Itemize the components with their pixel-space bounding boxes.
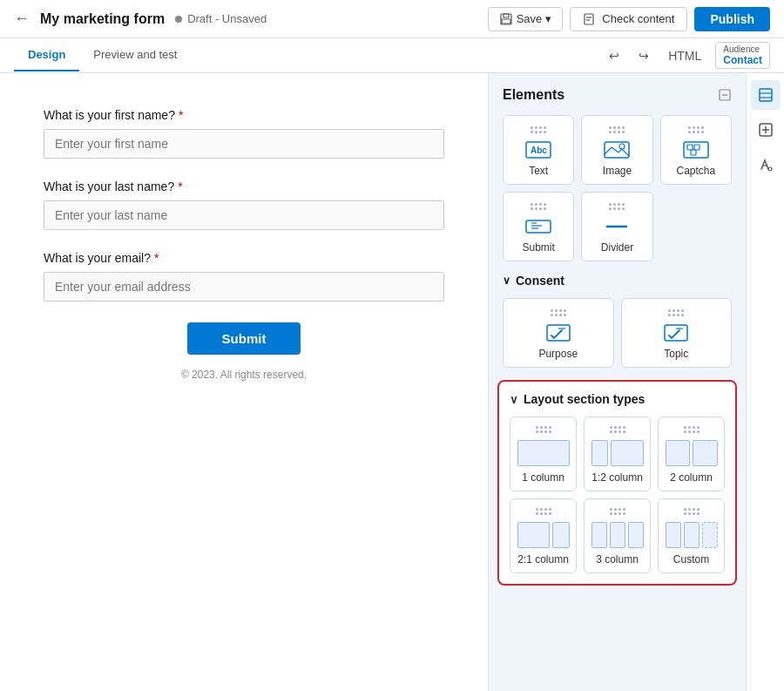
- draft-dot: [175, 16, 182, 23]
- element-captcha[interactable]: Captcha: [660, 115, 732, 185]
- element-submit-label: Submit: [522, 241, 554, 254]
- svg-rect-23: [760, 89, 772, 101]
- draft-status: Draft - Unsaved: [187, 12, 267, 25]
- divider-icon: [603, 217, 631, 236]
- svg-text:Abc: Abc: [531, 146, 547, 155]
- element-submit[interactable]: Submit: [503, 192, 574, 261]
- layout-2col-label: 2 column: [670, 471, 713, 484]
- 1col-dots: [536, 426, 551, 433]
- consent-chevron: ∨: [503, 274, 510, 287]
- panel-inner: Elements Abc Text: [489, 73, 784, 600]
- sidebar-layers-button[interactable]: [751, 80, 781, 110]
- email-group: What is your email? *: [44, 251, 444, 301]
- submit-button[interactable]: Submit: [187, 322, 301, 355]
- page-title: My marketing form: [40, 11, 165, 27]
- form-preview: What is your first name? * What is your …: [0, 73, 488, 691]
- topic-icon: [662, 323, 690, 342]
- svg-point-30: [768, 167, 772, 171]
- svg-rect-3: [585, 14, 593, 24]
- tab-preview[interactable]: Preview and test: [79, 39, 191, 71]
- layout-21col-label: 2:1 column: [517, 553, 569, 566]
- layout-12col-label: 1:2 column: [591, 471, 643, 484]
- topic-dots: [668, 309, 684, 316]
- submit-wrap: Submit: [44, 322, 444, 355]
- sidebar-icons: [746, 73, 784, 691]
- 2col-preview: [666, 440, 718, 466]
- save-icon: [499, 12, 513, 26]
- element-divider[interactable]: Divider: [581, 192, 652, 261]
- element-divider-label: Divider: [601, 241, 633, 254]
- layout-3col-label: 3 column: [596, 553, 639, 566]
- layout-2col[interactable]: 2 column: [658, 417, 725, 491]
- save-dropdown-icon: ▾: [545, 12, 551, 25]
- element-topic[interactable]: Topic: [621, 298, 733, 368]
- audience-label: Audience: [723, 44, 760, 54]
- tab-design[interactable]: Design: [14, 39, 79, 71]
- svg-rect-15: [691, 150, 696, 155]
- svg-rect-13: [687, 145, 693, 150]
- divider-dots: [609, 203, 625, 210]
- layers-icon: [757, 86, 774, 104]
- text-icon: Abc: [524, 140, 552, 159]
- image-icon: [603, 140, 631, 159]
- layout-custom-label: Custom: [673, 553, 709, 566]
- undo-button[interactable]: ↩: [604, 45, 625, 66]
- element-topic-label: Topic: [664, 348, 688, 360]
- captcha-icon: [682, 140, 710, 159]
- element-purpose-label: Purpose: [538, 348, 578, 360]
- publish-label: Publish: [710, 12, 754, 26]
- image-dots: [609, 126, 625, 133]
- element-text-label: Text: [529, 165, 548, 177]
- consent-subtitle[interactable]: ∨ Consent: [503, 274, 732, 288]
- layout-12col[interactable]: 1:2 column: [584, 417, 651, 491]
- 12col-preview: [591, 440, 644, 466]
- text-dots: [531, 126, 546, 133]
- last-name-input[interactable]: [44, 200, 444, 230]
- check-content-icon: [583, 12, 597, 26]
- elements-title: Elements: [503, 87, 732, 103]
- layout-1col[interactable]: 1 column: [510, 417, 577, 491]
- layout-21col[interactable]: 2:1 column: [510, 498, 577, 573]
- svg-point-11: [619, 144, 625, 149]
- email-input[interactable]: [44, 272, 444, 301]
- 12col-dots: [610, 426, 625, 433]
- html-button[interactable]: HTML: [663, 45, 706, 66]
- add-icon: [757, 121, 774, 139]
- sidebar-style-button[interactable]: [751, 150, 781, 180]
- sidebar-add-button[interactable]: [751, 115, 781, 145]
- elements-section: Elements Abc Text: [489, 73, 746, 368]
- purpose-icon: [544, 323, 572, 342]
- header: ← My marketing form Draft - Unsaved Save…: [0, 0, 784, 38]
- redo-button[interactable]: ↪: [633, 45, 654, 66]
- email-required: *: [154, 251, 159, 265]
- custom-preview: [666, 522, 718, 548]
- paint-icon: [757, 156, 774, 173]
- svg-rect-16: [526, 220, 551, 233]
- first-name-input[interactable]: [44, 129, 444, 159]
- first-name-group: What is your first name? *: [44, 108, 444, 159]
- check-content-label: Check content: [602, 12, 674, 25]
- layout-3col[interactable]: 3 column: [584, 498, 651, 573]
- custom-dots: [684, 508, 700, 515]
- element-text[interactable]: Abc Text: [503, 115, 574, 185]
- tabs-left: Design Preview and test: [14, 39, 191, 71]
- audience-badge[interactable]: Audience Contact: [715, 42, 770, 69]
- last-name-required: *: [178, 180, 182, 193]
- publish-button[interactable]: Publish: [694, 7, 770, 31]
- layout-1col-label: 1 column: [522, 471, 564, 484]
- back-button[interactable]: ←: [14, 10, 30, 28]
- check-content-button[interactable]: Check content: [570, 7, 687, 31]
- tab-bar: Design Preview and test ↩ ↪ HTML Audienc…: [0, 38, 784, 73]
- element-purpose[interactable]: Purpose: [503, 298, 614, 368]
- first-name-required: *: [179, 108, 183, 122]
- tabs-right: ↩ ↪ HTML Audience Contact: [604, 42, 770, 69]
- save-button[interactable]: Save ▾: [488, 7, 564, 31]
- element-image[interactable]: Image: [581, 115, 652, 185]
- layout-section-title: ∨ Layout section types: [510, 392, 725, 406]
- email-label: What is your email? *: [44, 251, 444, 265]
- consent-grid: Purpose Topic: [503, 298, 732, 368]
- 1col-preview: [517, 440, 570, 466]
- layout-custom[interactable]: Custom: [658, 498, 725, 573]
- header-right: Save ▾ Check content Publish: [488, 7, 770, 31]
- 21col-dots: [536, 508, 551, 515]
